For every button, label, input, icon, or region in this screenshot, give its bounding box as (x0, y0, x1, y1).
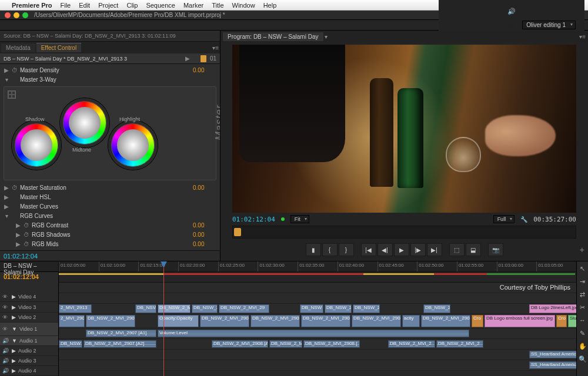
time-ruler[interactable]: 01:02:05:0001:02:10:0001:02:15:0001:02:2… (59, 261, 576, 272)
track-header-v3[interactable]: 👁▶Video 3 (0, 302, 58, 312)
speaker-icon[interactable]: 🔊 (2, 338, 9, 344)
track-a2[interactable]: DB_NSW DB_NSW_2_MVI_2907 [A2] DB_NSW_2_M… (59, 339, 576, 350)
eye-icon[interactable]: 👁 (2, 314, 9, 320)
export-frame-button[interactable]: 📷 (488, 243, 503, 256)
close-window[interactable] (5, 12, 11, 18)
clip[interactable]: DB_NSW_2_MVI_2907 [A2] (83, 340, 156, 348)
track-header-a2[interactable]: 🔊▶Audio 2 (0, 346, 58, 356)
program-timecode[interactable]: 01:02:12:04 (232, 216, 275, 223)
traffic-lights[interactable] (5, 12, 28, 18)
marker-icon[interactable] (201, 55, 206, 62)
dropdown-icon[interactable]: ▾ (325, 33, 328, 40)
selection-tool[interactable]: ↖ (578, 264, 587, 273)
eye-icon[interactable]: 👁 (2, 294, 9, 300)
battery-icon[interactable]: ▭ (509, 21, 514, 29)
value[interactable]: 0.00 (193, 184, 216, 191)
twirl-icon[interactable]: ▶ (15, 222, 21, 229)
track-header-v1[interactable]: 👁▼Video 1 (0, 323, 58, 336)
clip[interactable]: DB_NSW_2_M (158, 304, 191, 313)
track-v1[interactable]: 2_MVI_2907 DB_NSW_2_MVI_2907 Opacity:Opa… (59, 314, 576, 328)
clip[interactable]: DB_NSW (59, 340, 82, 348)
param-master-saturation[interactable]: Master Saturation (20, 184, 191, 191)
track-header-a3[interactable]: 🔊▶Audio 3 (0, 356, 58, 366)
menu-clip[interactable]: Clip (126, 2, 138, 9)
clip[interactable]: DB_NSW_2_MVI_2 (436, 340, 483, 348)
twirl-icon[interactable]: ▶ (4, 67, 9, 73)
track-v4[interactable] (59, 283, 576, 293)
program-scrubber[interactable] (232, 226, 576, 239)
slip-tool[interactable]: ↔ (578, 315, 587, 325)
menu-window[interactable]: Window (232, 2, 255, 9)
hand-tool[interactable]: ✋ (578, 341, 587, 351)
clip[interactable]: DB_NSW_2 (192, 304, 218, 313)
wifi-icon[interactable]: ⌔ (510, 0, 514, 2)
volume-icon[interactable]: 🔊 (507, 8, 516, 15)
video-viewport[interactable] (232, 45, 576, 213)
param-master-density[interactable]: Master Density (20, 67, 191, 73)
clip[interactable]: DB_NSW_2_MVI_2907 [A1] (86, 330, 156, 337)
eye-icon[interactable]: 👁 (2, 326, 9, 332)
playhead[interactable] (163, 261, 164, 376)
clip[interactable]: DB_NSW (300, 304, 323, 313)
button-editor-icon[interactable]: + (580, 245, 584, 254)
clip[interactable]: DB_NSW_2_MVI_2908 (301, 315, 350, 327)
clip[interactable]: 2_MVI_2907 (59, 315, 85, 327)
twirl-icon[interactable]: ▾ (4, 76, 9, 83)
track-header-a4[interactable]: 🔊▶Audio 4 (0, 366, 58, 376)
clip[interactable]: DB_NSW_2_M (269, 340, 302, 348)
param-rgb-shadows[interactable]: RGB Shadows (32, 231, 191, 238)
app-menu[interactable]: Premiere Pro (12, 2, 52, 9)
menu-marker[interactable]: Marker (183, 2, 203, 9)
clip[interactable]: SS_Heartland Americana (529, 361, 576, 369)
workspace-dropdown[interactable]: Oliver editing 1 (522, 21, 576, 29)
pen-tool[interactable]: ✎ (578, 328, 587, 338)
speaker-icon[interactable]: 🔊 (2, 358, 9, 364)
clip[interactable]: DB_NSW_2_MVI_2 (388, 340, 435, 348)
twirl-icon[interactable]: ▶ (15, 241, 21, 247)
mark-in-button[interactable]: { (322, 243, 338, 256)
clip[interactable]: DB_NSW_2_MVI_29 (219, 304, 269, 313)
param-rgb-curves[interactable]: RGB Curves (20, 213, 216, 219)
go-to-out-button[interactable]: ▶| (427, 243, 442, 256)
clip[interactable]: DB_NSW_2_MVI_2908 [A (212, 340, 268, 348)
value[interactable]: 0.00 (193, 222, 216, 229)
resolution-dropdown[interactable]: Full (493, 215, 515, 223)
menu-help[interactable]: Help (263, 2, 277, 9)
clip[interactable]: DB_NSW_2 (423, 304, 450, 313)
clip[interactable]: SS_Heartland Americana 2 (529, 351, 576, 358)
timeline-timecode[interactable]: 01:02:12:04 (4, 273, 39, 280)
value[interactable]: 0.00 (193, 231, 216, 238)
clip[interactable]: acity (402, 315, 420, 327)
twirl-icon[interactable]: ▾ (4, 213, 9, 219)
track-a3[interactable]: SS_Heartland Americana 2 (59, 350, 576, 360)
clip[interactable]: DB_NSW_2_MVI_2908 (352, 315, 401, 327)
zoom-dropdown[interactable]: Fit (290, 215, 309, 223)
track-v2[interactable]: 2_MVI_2913 DB_NSV DB_NSW_2_M DB_NSW_2 DB… (59, 304, 576, 314)
panel-menu-icon[interactable]: ▾≡ (212, 45, 219, 51)
work-area-bar[interactable] (59, 272, 576, 283)
razor-tool[interactable]: ✂ (578, 303, 587, 312)
clip[interactable]: 2_MVI_2913 (59, 304, 92, 313)
twirl-icon[interactable]: ▶ (4, 194, 9, 200)
eye-icon[interactable]: 👁 (2, 304, 9, 310)
clip[interactable]: DB Logo 2linesLeft.jpg (529, 304, 576, 313)
zoom-window[interactable] (22, 12, 28, 18)
param-master-curves[interactable]: Master Curves (20, 203, 216, 210)
tab-program[interactable]: Program: DB – NSW – Salami Day (223, 32, 323, 41)
in-marker[interactable] (234, 228, 241, 236)
clip[interactable]: DB_NSW_2 (353, 304, 380, 313)
twirl-icon[interactable]: ▶ (15, 231, 21, 238)
speaker-icon[interactable]: 🔊 (2, 348, 9, 354)
track-v3[interactable] (59, 293, 576, 304)
clip[interactable]: DB_NSW_2_MVI_2907 (200, 315, 249, 327)
extract-button[interactable]: ⬓ (466, 243, 481, 256)
param-master-hsl[interactable]: Master HSL (20, 194, 216, 200)
play-button[interactable]: ▶ (394, 243, 409, 256)
track-header-v4[interactable]: 👁▶Video 4 (0, 292, 58, 302)
param-rgb-mids[interactable]: RGB Mids (32, 241, 191, 247)
go-to-in-button[interactable]: |◀ (361, 243, 376, 256)
clip[interactable]: DB_NSW_2 (325, 304, 352, 313)
mark-out-button[interactable]: } (339, 243, 354, 256)
clip[interactable]: DB_NSW_2_MVI_2907 (86, 315, 135, 327)
track-a4[interactable]: SS_Heartland Americana (59, 360, 576, 371)
